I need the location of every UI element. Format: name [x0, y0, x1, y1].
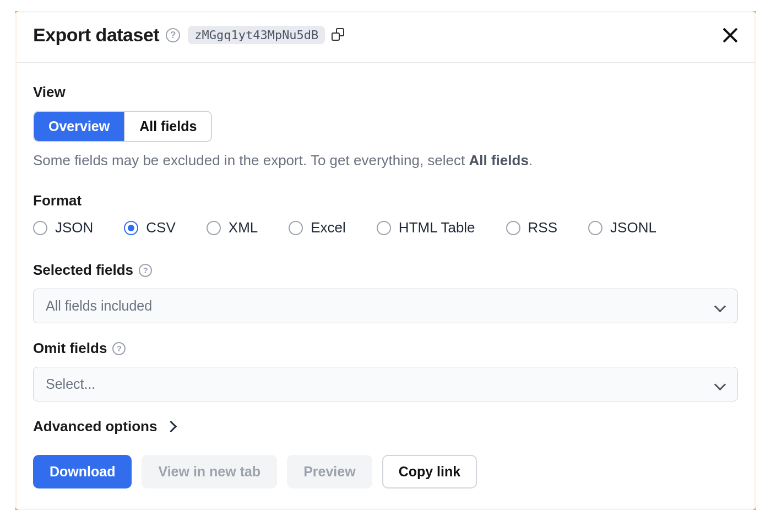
- format-rss-label: RSS: [528, 219, 557, 236]
- chevron-right-icon: [166, 421, 177, 432]
- footer-actions: Download View in new tab Preview Copy li…: [33, 455, 738, 488]
- format-excel-radio[interactable]: Excel: [289, 219, 346, 236]
- radio-dot-icon: [588, 221, 602, 235]
- radio-dot-icon: [207, 221, 221, 235]
- format-label: Format: [33, 192, 738, 209]
- dataset-id-badge: zMGgq1yt43MpNu5dB: [188, 26, 325, 44]
- selected-fields-dropdown[interactable]: All fields included: [33, 289, 738, 323]
- format-rss-radio[interactable]: RSS: [506, 219, 557, 236]
- format-html-table-label: HTML Table: [399, 219, 475, 236]
- omit-fields-label-text: Omit fields: [33, 340, 107, 357]
- radio-dot-icon: [377, 221, 391, 235]
- advanced-options-toggle[interactable]: Advanced options: [33, 418, 738, 435]
- help-icon[interactable]: ?: [139, 264, 152, 277]
- format-jsonl-label: JSONL: [610, 219, 656, 236]
- omit-fields-placeholder: Select...: [46, 376, 95, 392]
- view-hint-bold: All fields: [469, 152, 529, 169]
- help-icon[interactable]: ?: [112, 342, 126, 355]
- radio-dot-icon: [124, 221, 138, 235]
- view-hint-prefix: Some fields may be excluded in the expor…: [33, 152, 469, 169]
- modal-title: Export dataset: [33, 24, 159, 46]
- advanced-options-label: Advanced options: [33, 418, 157, 435]
- copy-link-button[interactable]: Copy link: [382, 455, 477, 488]
- format-json-radio[interactable]: JSON: [33, 219, 93, 236]
- omit-fields-dropdown[interactable]: Select...: [33, 367, 738, 401]
- view-toggle: Overview All fields: [33, 111, 212, 142]
- selected-fields-label: Selected fields ?: [33, 262, 738, 279]
- view-all-fields-button[interactable]: All fields: [124, 112, 211, 141]
- omit-fields-label: Omit fields ?: [33, 340, 738, 357]
- radio-dot-icon: [33, 221, 47, 235]
- format-excel-label: Excel: [311, 219, 346, 236]
- copy-icon[interactable]: [332, 28, 346, 42]
- help-icon[interactable]: ?: [166, 28, 180, 42]
- modal-body: View Overview All fields Some fields may…: [17, 63, 754, 488]
- preview-button[interactable]: Preview: [287, 455, 372, 488]
- export-dataset-modal: Export dataset ? zMGgq1yt43MpNu5dB View …: [15, 11, 756, 510]
- radio-dot-icon: [289, 221, 303, 235]
- format-json-label: JSON: [55, 219, 93, 236]
- close-icon[interactable]: [719, 24, 741, 46]
- modal-header: Export dataset ? zMGgq1yt43MpNu5dB: [17, 12, 754, 63]
- format-xml-label: XML: [229, 219, 258, 236]
- view-overview-button[interactable]: Overview: [34, 112, 124, 141]
- view-hint: Some fields may be excluded in the expor…: [33, 152, 738, 169]
- view-new-tab-button[interactable]: View in new tab: [142, 455, 277, 488]
- format-radio-group: JSON CSV XML Excel HTML Table RSS: [33, 219, 738, 236]
- download-button[interactable]: Download: [33, 455, 132, 488]
- selected-fields-placeholder: All fields included: [46, 298, 152, 314]
- view-label: View: [33, 84, 738, 101]
- format-jsonl-radio[interactable]: JSONL: [588, 219, 656, 236]
- chevron-down-icon: [714, 379, 725, 390]
- format-xml-radio[interactable]: XML: [207, 219, 258, 236]
- format-csv-label: CSV: [146, 219, 175, 236]
- selected-fields-label-text: Selected fields: [33, 262, 133, 279]
- view-hint-suffix: .: [529, 152, 533, 169]
- format-html-table-radio[interactable]: HTML Table: [377, 219, 475, 236]
- radio-dot-icon: [506, 221, 520, 235]
- format-csv-radio[interactable]: CSV: [124, 219, 175, 236]
- chevron-down-icon: [714, 301, 725, 312]
